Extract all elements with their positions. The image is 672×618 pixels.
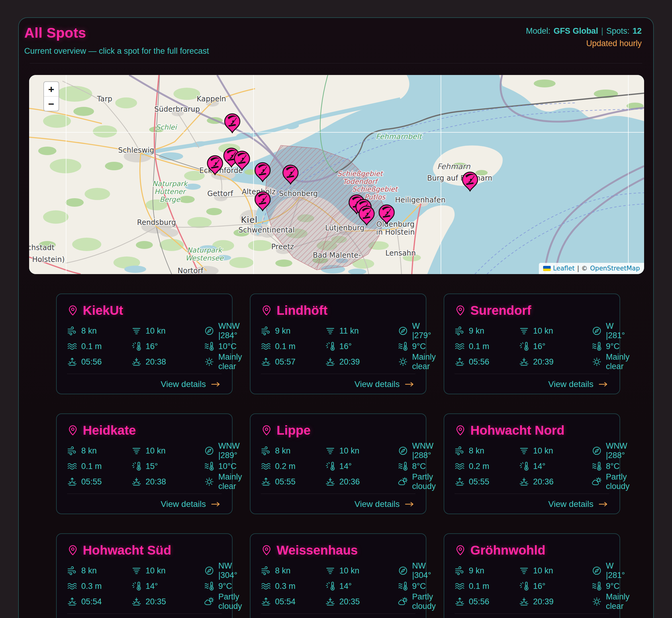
condition-stat: Mainly clear: [592, 357, 630, 367]
air-temp-value: 14°: [146, 582, 158, 591]
condition-stat: Mainly clear: [592, 597, 630, 607]
gusts-stat: 10 kn: [325, 565, 398, 576]
header: All Spots Current overview — click a spo…: [24, 25, 642, 56]
view-details-link[interactable]: View details: [548, 499, 609, 509]
view-details-link[interactable]: View details: [161, 499, 222, 509]
wave-icon: [261, 581, 271, 591]
openstreetmap-link[interactable]: OpenStreetMap: [590, 265, 640, 272]
gusts-stat: 10 kn: [131, 565, 204, 576]
zoom-out-button[interactable]: −: [44, 96, 58, 111]
water-temp-value: 9°C: [606, 342, 620, 351]
sunrise-stat: 05:57: [261, 357, 325, 367]
compass-icon: [398, 445, 408, 456]
card-divider: [67, 613, 222, 614]
water-temp-value: 9°C: [218, 582, 232, 591]
map-label: Rendsburg: [137, 218, 176, 227]
sunrise-value: 05:56: [469, 597, 490, 607]
water-temp-value: 9°C: [606, 582, 620, 591]
view-details-link[interactable]: View details: [161, 380, 222, 389]
map-pin-icon: [261, 544, 272, 556]
wind-icon: [67, 565, 77, 576]
model-value: GFS Global: [553, 26, 598, 36]
compass-icon: [398, 326, 408, 336]
view-details-link[interactable]: View details: [548, 380, 609, 389]
spot-card[interactable]: Heidkate 8 kn 10 kn WNW |289° 0.1 m 15°: [56, 413, 233, 514]
spot-stats: 9 kn 10 kn W |281° 0.1 m 16° 9°C: [454, 565, 609, 607]
spot-card-title: Heidkate: [67, 423, 222, 438]
spot-card[interactable]: Hohwacht Nord 8 kn 10 kn WNW |288° 0.2 m…: [444, 413, 620, 514]
sunset-icon: [131, 597, 142, 607]
sunset-stat: 20:39: [519, 597, 592, 607]
sunrise-stat: 05:55: [261, 477, 325, 487]
water-temp-stat: 9°C: [204, 581, 242, 591]
water-temp-value: 8°C: [606, 462, 620, 471]
compass-icon: [204, 565, 215, 576]
sunrise-stat: 05:56: [67, 357, 131, 367]
sunrise-value: 05:55: [275, 477, 296, 487]
wave-icon: [454, 461, 465, 472]
ukraine-flag-icon: [543, 266, 551, 271]
compass-icon: [592, 445, 602, 456]
spot-card[interactable]: Lippe 8 kn 10 kn WNW |288° 0.2 m 14°: [250, 413, 426, 514]
sunset-stat: 20:36: [519, 477, 592, 487]
zoom-in-button[interactable]: +: [44, 82, 58, 96]
arrow-right-icon: [597, 380, 609, 388]
sunrise-value: 05:54: [81, 597, 102, 607]
condition-stat: Partly cloudy: [398, 597, 436, 607]
wave-height-stat: 0.1 m: [67, 461, 131, 472]
sunrise-value: 05:55: [81, 477, 102, 487]
sun-icon: [398, 357, 408, 367]
water-temp-value: 10°C: [218, 462, 237, 471]
spot-card-title: Lindhöft: [261, 303, 415, 318]
gusts-stat: 11 kn: [325, 326, 398, 336]
sunset-value: 20:39: [533, 357, 554, 367]
view-details-label: View details: [161, 499, 206, 509]
wind-speed-value: 8 kn: [275, 566, 290, 576]
wind-direction-value: WNW |284°: [218, 321, 242, 340]
condition-value: Mainly clear: [606, 352, 630, 371]
view-details-link[interactable]: View details: [355, 499, 415, 509]
view-details-label: View details: [548, 499, 593, 509]
wave-height-value: 0.1 m: [81, 342, 102, 351]
spots-map[interactable]: TarpKappelnSüderbrarupSchleiSchleswigEck…: [29, 75, 644, 274]
view-details-link[interactable]: View details: [355, 380, 415, 389]
wind-icon: [67, 326, 77, 336]
sunrise-value: 05:54: [275, 597, 296, 607]
spot-card[interactable]: Weissenhaus 8 kn 10 kn NW |304° 0.3 m 14…: [250, 533, 426, 618]
leaflet-link[interactable]: Leaflet: [553, 265, 575, 272]
water-temp-stat: 8°C: [592, 461, 630, 472]
wind-direction-stat: WNW |288°: [592, 445, 630, 456]
spot-card[interactable]: Hohwacht Süd 8 kn 10 kn NW |304° 0.3 m 1…: [56, 533, 233, 618]
page-subtitle: Current overview — click a spot for the …: [24, 46, 209, 56]
spots-label: Spots:: [606, 26, 630, 36]
spot-card[interactable]: Lindhöft 9 kn 11 kn W |279° 0.1 m 16°: [250, 294, 426, 394]
sunset-icon: [519, 357, 529, 367]
air-temp-value: 16°: [533, 582, 546, 591]
wave-height-value: 0.3 m: [275, 582, 296, 591]
spot-name: Lippe: [277, 423, 310, 438]
spot-card[interactable]: KiekUt 8 kn 10 kn WNW |284° 0.1 m 16°: [56, 294, 233, 394]
compass-icon: [204, 445, 215, 456]
air-temp-stat: 14°: [325, 461, 398, 472]
view-details-label: View details: [161, 380, 206, 389]
spot-card[interactable]: Gröhnwohld 9 kn 10 kn W |281° 0.1 m 16°: [444, 533, 620, 618]
thermometer-water-icon: [398, 581, 408, 591]
sunset-value: 20:38: [146, 357, 166, 367]
sunset-icon: [325, 477, 335, 487]
map-label: Schießgebiet: [352, 185, 398, 193]
card-divider: [261, 494, 415, 494]
condition-value: Mainly clear: [412, 352, 436, 371]
air-temp-stat: 15°: [131, 461, 204, 472]
air-temp-stat: 16°: [325, 341, 398, 351]
spot-name: Hohwacht Süd: [83, 543, 171, 557]
condition-stat: Partly cloudy: [592, 477, 630, 487]
view-details-label: View details: [548, 380, 593, 389]
air-temp-stat: 14°: [519, 461, 592, 472]
partly-cloudy-icon: [398, 477, 408, 487]
spot-card[interactable]: Surendorf 9 kn 10 kn W |281° 0.1 m 16°: [444, 294, 620, 394]
gusts-stat: 10 kn: [131, 445, 204, 456]
sun-icon: [592, 357, 602, 367]
map-label: Gettorf: [207, 189, 233, 198]
water-temp-value: 8°C: [412, 462, 426, 471]
sunrise-stat: 05:56: [454, 357, 519, 367]
